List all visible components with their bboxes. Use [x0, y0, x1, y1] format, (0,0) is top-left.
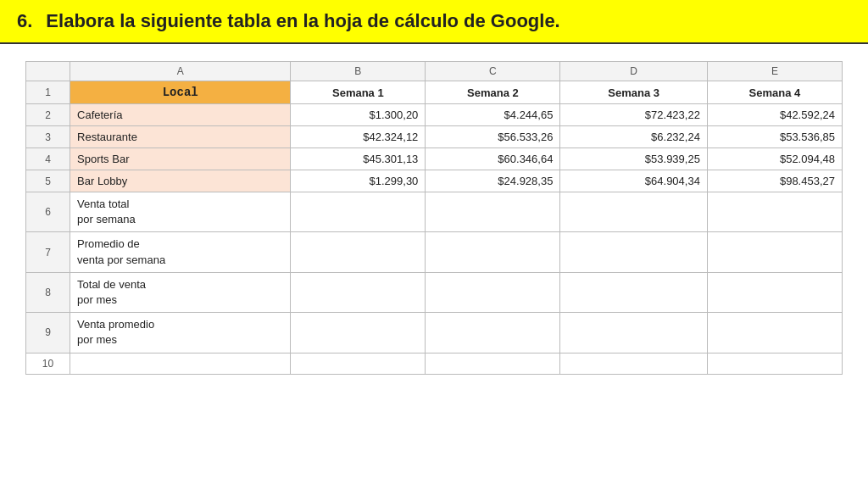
- row-6-num: 6: [26, 192, 70, 232]
- row-2-num: 2: [26, 104, 70, 126]
- row-7-s1: [291, 232, 426, 272]
- row-4: 4 Sports Bar $45.301,13 $60.346,64 $53.9…: [26, 148, 843, 170]
- row-6-s3: [560, 192, 708, 232]
- row-9-s2: [426, 313, 560, 353]
- row-10-e: [707, 353, 842, 374]
- row-8-label: Total de ventapor mes: [70, 272, 291, 312]
- row-4-local: Sports Bar: [70, 148, 291, 170]
- row-2-s2: $4.244,65: [426, 104, 560, 126]
- col-header-a: A: [70, 62, 291, 81]
- row-5: 5 Bar Lobby $1.299,30 $24.928,35 $64.904…: [26, 170, 843, 192]
- row-10-c: [426, 353, 560, 374]
- row-5-s1: $1.299,30: [291, 170, 426, 192]
- row-1: 1 Local Semana 1 Semana 2 Semana 3 Seman…: [26, 81, 843, 104]
- row-1-local: Local: [70, 81, 291, 104]
- col-header-c: C: [426, 62, 560, 81]
- col-header-b: B: [291, 62, 426, 81]
- row-7-s4: [707, 232, 842, 272]
- row-3-local: Restaurante: [70, 126, 291, 148]
- row-7-label: Promedio deventa por semana: [70, 232, 291, 272]
- spreadsheet-container: A B C D E 1 Local Semana 1 Semana 2 Sema…: [0, 44, 868, 392]
- row-10: 10: [26, 353, 843, 374]
- row-5-s4: $98.453,27: [707, 170, 842, 192]
- row-3-s3: $6.232,24: [560, 126, 708, 148]
- row-6: 6 Venta totalpor semana: [26, 192, 843, 232]
- col-header-e: E: [707, 62, 842, 81]
- row-10-a: [70, 353, 291, 374]
- col-header-d: D: [560, 62, 708, 81]
- spreadsheet-table: A B C D E 1 Local Semana 1 Semana 2 Sema…: [25, 61, 843, 375]
- row-9-label: Venta promediopor mes: [70, 313, 291, 353]
- row-7-num: 7: [26, 232, 70, 272]
- row-4-num: 4: [26, 148, 70, 170]
- row-5-local: Bar Lobby: [70, 170, 291, 192]
- row-2-s3: $72.423,22: [560, 104, 708, 126]
- row-5-s2: $24.928,35: [426, 170, 560, 192]
- row-7: 7 Promedio deventa por semana: [26, 232, 843, 272]
- row-4-s2: $60.346,64: [426, 148, 560, 170]
- row-3-num: 3: [26, 126, 70, 148]
- row-3-s1: $42.324,12: [291, 126, 426, 148]
- row-9: 9 Venta promediopor mes: [26, 313, 843, 353]
- row-9-s4: [707, 313, 842, 353]
- col-header-rownum: [26, 62, 70, 81]
- row-2-s1: $1.300,20: [291, 104, 426, 126]
- row-5-s3: $64.904,34: [560, 170, 708, 192]
- row-1-semana4: Semana 4: [707, 81, 842, 104]
- row-4-s4: $52.094,48: [707, 148, 842, 170]
- row-7-s3: [560, 232, 708, 272]
- row-2-s4: $42.592,24: [707, 104, 842, 126]
- row-10-b: [291, 353, 426, 374]
- row-2-local: Cafetería: [70, 104, 291, 126]
- row-6-s2: [426, 192, 560, 232]
- row-9-num: 9: [26, 313, 70, 353]
- row-8-s1: [291, 272, 426, 312]
- row-1-semana2: Semana 2: [426, 81, 560, 104]
- row-2: 2 Cafetería $1.300,20 $4.244,65 $72.423,…: [26, 104, 843, 126]
- row-3-s2: $56.533,26: [426, 126, 560, 148]
- row-8-s3: [560, 272, 708, 312]
- row-8-s2: [426, 272, 560, 312]
- row-9-s3: [560, 313, 708, 353]
- row-1-num: 1: [26, 81, 70, 104]
- row-4-s3: $53.939,25: [560, 148, 708, 170]
- row-8-s4: [707, 272, 842, 312]
- row-6-s1: [291, 192, 426, 232]
- row-7-s2: [426, 232, 560, 272]
- row-1-semana3: Semana 3: [560, 81, 708, 104]
- row-6-s4: [707, 192, 842, 232]
- header: 6. Elabora la siguiente tabla en la hoja…: [0, 0, 868, 44]
- row-6-label: Venta totalpor semana: [70, 192, 291, 232]
- row-4-s1: $45.301,13: [291, 148, 426, 170]
- header-number: 6.: [17, 10, 32, 32]
- header-text: Elabora la siguiente tabla en la hoja de…: [46, 10, 559, 32]
- row-10-d: [560, 353, 708, 374]
- row-5-num: 5: [26, 170, 70, 192]
- row-3: 3 Restaurante $42.324,12 $56.533,26 $6.2…: [26, 126, 843, 148]
- row-1-semana1: Semana 1: [291, 81, 426, 104]
- row-10-num: 10: [26, 353, 70, 374]
- row-3-s4: $53.536,85: [707, 126, 842, 148]
- row-8-num: 8: [26, 272, 70, 312]
- row-9-s1: [291, 313, 426, 353]
- row-8: 8 Total de ventapor mes: [26, 272, 843, 312]
- col-header-row: A B C D E: [26, 62, 843, 81]
